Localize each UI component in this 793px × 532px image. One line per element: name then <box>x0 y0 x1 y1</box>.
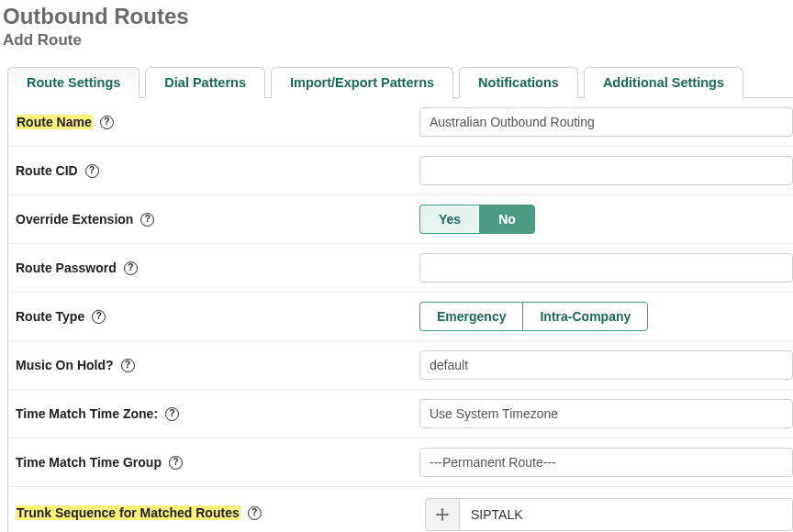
route-type-toggle: Emergency Intra-Company <box>419 302 648 331</box>
emergency-button[interactable]: Emergency <box>419 302 522 331</box>
help-icon[interactable]: ? <box>169 456 183 470</box>
form-panel: Route Name ? Route CID ? Override Extens… <box>7 98 793 532</box>
trunk-sequence-label: Trunk Sequence for Matched Routes <box>16 505 240 520</box>
route-cid-label: Route CID <box>16 163 78 178</box>
override-yes-button[interactable]: Yes <box>419 205 479 234</box>
tab-bar: Route Settings Dial Patterns Import/Expo… <box>7 66 793 98</box>
override-no-button[interactable]: No <box>479 205 535 234</box>
moh-label: Music On Hold? <box>16 358 114 372</box>
intra-company-button[interactable]: Intra-Company <box>522 302 648 331</box>
tab-route-settings[interactable]: Route Settings <box>7 67 140 98</box>
trunk-select-0[interactable]: SIPTALK <box>460 498 793 531</box>
route-password-label: Route Password <box>16 260 117 275</box>
time-zone-label: Time Match Time Zone: <box>16 406 158 421</box>
help-icon[interactable]: ? <box>165 407 179 421</box>
help-icon[interactable]: ? <box>140 213 154 227</box>
moh-select[interactable] <box>419 350 793 380</box>
drag-handle-icon[interactable] <box>425 498 460 531</box>
help-icon[interactable]: ? <box>85 164 99 178</box>
route-name-input[interactable] <box>419 107 793 137</box>
help-icon[interactable]: ? <box>124 261 138 275</box>
time-group-label: Time Match Time Group <box>16 455 162 470</box>
help-icon[interactable]: ? <box>92 310 106 324</box>
override-extension-label: Override Extension <box>16 212 133 227</box>
route-type-label: Route Type <box>16 309 84 324</box>
page-subtitle: Add Route <box>3 31 793 50</box>
tab-dial-patterns[interactable]: Dial Patterns <box>145 67 265 98</box>
override-extension-toggle: Yes No <box>419 205 535 234</box>
help-icon[interactable]: ? <box>100 116 114 129</box>
tab-import-export[interactable]: Import/Export Patterns <box>271 67 453 98</box>
time-group-select[interactable] <box>419 448 793 477</box>
route-cid-input[interactable] <box>419 156 793 185</box>
help-icon[interactable]: ? <box>248 506 262 520</box>
tab-additional-settings[interactable]: Additional Settings <box>584 67 743 98</box>
tab-notifications[interactable]: Notifications <box>459 67 578 98</box>
route-name-label: Route Name <box>16 115 93 129</box>
time-zone-select[interactable] <box>419 399 793 428</box>
help-icon[interactable]: ? <box>121 359 135 372</box>
route-password-input[interactable] <box>419 253 793 283</box>
trunk-entry: SIPTALK <box>419 498 793 531</box>
page-title: Outbound Routes <box>3 4 793 29</box>
